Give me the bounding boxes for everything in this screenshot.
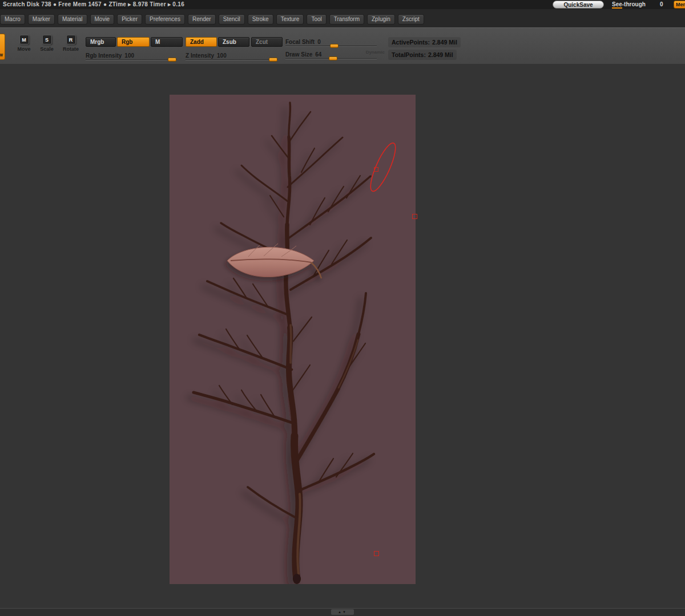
mrgb-button[interactable]: Mrgb: [86, 37, 116, 47]
draw-size-value: 64: [315, 51, 321, 58]
move-tool-icon: M: [19, 35, 29, 44]
menu-bar: Macro Marker Material Movie Picker Prefe…: [0, 9, 685, 27]
zadd-button[interactable]: Zadd: [186, 37, 217, 47]
menu-render[interactable]: Render: [188, 14, 216, 25]
menu-transform[interactable]: Transform: [329, 14, 364, 25]
canvas-handle-right[interactable]: [412, 214, 417, 219]
status-bar: Scratch Disk 738 ● Free Mem 1457 ● ZTime…: [0, 0, 685, 10]
focal-shift-value: 0: [317, 39, 321, 45]
rotate-tool-label: Rotate: [63, 46, 79, 52]
zbrush-app: Scratch Disk 738 ● Free Mem 1457 ● ZTime…: [0, 0, 685, 616]
status-info: Scratch Disk 738 ● Free Mem 1457 ● ZTime…: [3, 1, 184, 7]
focal-shift-handle[interactable]: [330, 44, 339, 48]
m-button[interactable]: M: [151, 37, 183, 47]
rgb-intensity-handle[interactable]: [168, 58, 176, 62]
branch-strokes: [194, 103, 374, 584]
menu-preferences[interactable]: Preferences: [145, 14, 185, 25]
canvas-handle-top[interactable]: [374, 167, 378, 172]
zsub-button[interactable]: Zsub: [218, 37, 249, 47]
menu-macro[interactable]: Macro: [0, 14, 25, 25]
workspace: [0, 64, 685, 608]
focal-shift-label: Focal Shift: [285, 39, 315, 45]
menu-stroke[interactable]: Stroke: [248, 14, 273, 25]
menu-marker[interactable]: Marker: [28, 14, 55, 25]
menu-texture[interactable]: Texture: [276, 14, 304, 25]
see-through-value: 0: [660, 1, 663, 7]
brush-cursor: [366, 140, 400, 194]
draw-size-label: Draw Size: [285, 51, 312, 58]
draw-size-handle[interactable]: [329, 56, 337, 60]
scale-tool-button[interactable]: S Scale: [35, 35, 58, 61]
active-points-stat: ActivePoints: 2.849 Mil: [388, 37, 461, 47]
total-points-label: TotalPoints:: [392, 51, 426, 58]
see-through-handle[interactable]: [612, 7, 622, 9]
scale-tool-icon: S: [42, 35, 52, 44]
menu-zscript[interactable]: Zscript: [398, 14, 424, 25]
move-tool-button[interactable]: M Move: [13, 35, 35, 61]
rgb-intensity-value: 100: [124, 52, 134, 59]
total-points-stat: TotalPoints: 2.849 Mil: [388, 50, 457, 60]
menu-picker[interactable]: Picker: [117, 14, 142, 25]
canvas-document[interactable]: [170, 95, 416, 584]
rotate-tool-button[interactable]: R Rotate: [59, 35, 82, 61]
scale-tool-label: Scale: [40, 46, 54, 52]
draw-size-slider[interactable]: Draw Size64 Dynamic: [285, 48, 377, 59]
mem-button[interactable]: Mem: [674, 1, 685, 9]
z-intensity-label: Z Intensity: [186, 52, 214, 59]
tree-sculpt: [170, 95, 416, 584]
z-intensity-handle[interactable]: [269, 58, 277, 62]
leaf-sculpt: [227, 244, 321, 278]
draw-tool-label: Draw: [0, 52, 3, 58]
z-intensity-slider[interactable]: Z Intensity100: [186, 50, 278, 60]
active-points-value: 2.849 Mil: [432, 39, 457, 46]
focal-shift-slider[interactable]: Focal Shift0: [285, 36, 377, 46]
top-shelf: Draw M Move S Scale R Rotate Mrgb Rgb M …: [0, 27, 685, 64]
z-intensity-value: 100: [217, 52, 227, 59]
rotate-tool-icon: R: [66, 35, 76, 44]
menu-material[interactable]: Material: [58, 14, 87, 25]
menu-zplugin[interactable]: Zplugin: [367, 14, 395, 25]
zcut-button[interactable]: Zcut: [251, 37, 283, 47]
dynamic-label: Dynamic: [366, 50, 385, 55]
menu-stencil[interactable]: Stencil: [219, 14, 245, 25]
rgb-button[interactable]: Rgb: [117, 37, 150, 47]
rgb-intensity-slider[interactable]: Rgb Intensity100: [86, 50, 177, 60]
move-tool-label: Move: [17, 46, 30, 52]
active-points-label: ActivePoints:: [392, 39, 430, 46]
quicksave-button[interactable]: QuickSave: [553, 1, 604, 9]
canvas-handle-bottom[interactable]: [374, 551, 379, 556]
draw-tool-button[interactable]: Draw: [0, 34, 5, 60]
rgb-intensity-track: [86, 59, 177, 60]
rgb-intensity-label: Rgb Intensity: [86, 52, 122, 59]
total-points-value: 2.849 Mil: [428, 51, 453, 58]
see-through-slider-label[interactable]: See-through: [612, 1, 646, 7]
menu-tool[interactable]: Tool: [307, 14, 326, 25]
bottom-bar: ▲▼: [0, 608, 685, 616]
tray-toggle-arrows-icon[interactable]: ▲▼: [331, 609, 354, 615]
z-intensity-track: [186, 59, 278, 60]
menu-movie[interactable]: Movie: [90, 14, 115, 25]
